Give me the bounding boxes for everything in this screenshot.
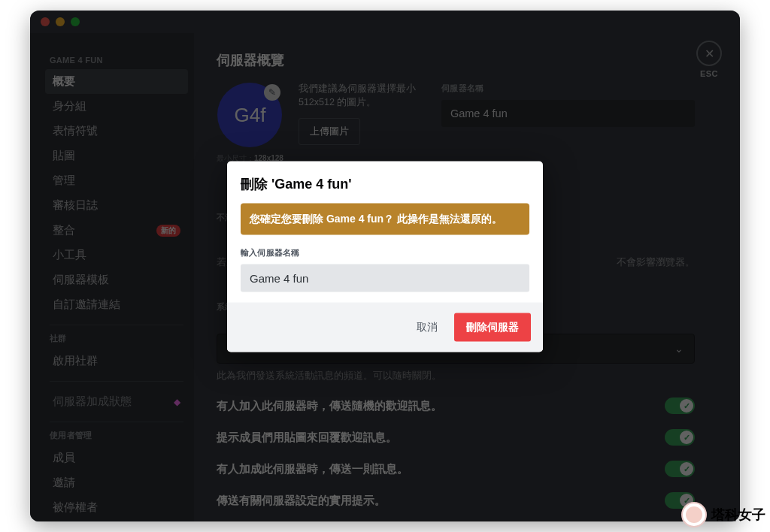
confirm-delete-button[interactable]: 刪除伺服器 [454, 313, 531, 341]
delete-server-modal: 刪除 'Game 4 fun' 您確定您要刪除 Game 4 fun？ 此操作是… [227, 162, 543, 352]
modal-footer: 取消 刪除伺服器 [227, 302, 543, 352]
app-window: GAME 4 FUN 概要 身分組 表情符號 貼圖 管理 審核日誌 整合 新的 … [30, 11, 740, 521]
modal-title: 刪除 'Game 4 fun' [241, 175, 529, 193]
modal-warning: 您確定您要刪除 Game 4 fun？ 此操作是無法還原的。 [241, 204, 529, 235]
watermark-avatar-icon [681, 502, 707, 527]
watermark: 塔科女子 [681, 502, 765, 527]
cancel-button[interactable]: 取消 [411, 314, 444, 340]
modal-input-label: 輸入伺服器名稱 [241, 246, 529, 258]
confirm-server-name-input[interactable] [241, 264, 529, 292]
watermark-text: 塔科女子 [711, 506, 765, 524]
